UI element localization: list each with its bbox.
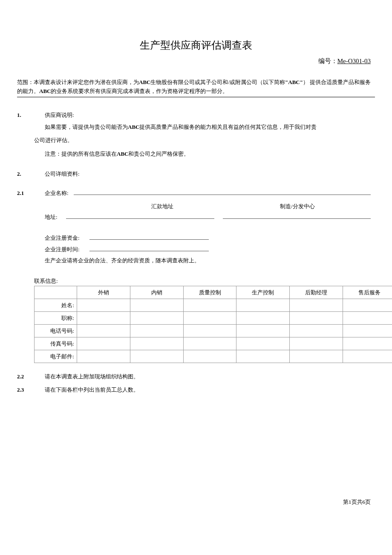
row-fax-label: 传真号码: [35,337,77,350]
row-title-label: 职称: [35,312,77,325]
footer-suffix: 页 [365,499,371,505]
mfg-center-header: 制造/分发中心 [280,203,315,210]
cell-input[interactable] [77,312,130,325]
col-qc: 质量控制 [183,286,236,299]
cell-input[interactable] [130,325,183,337]
section-heading: 供应商说明: [45,110,375,121]
remit-address-header: 汇款地址 [151,203,173,210]
col-pc: 生产控制 [236,286,290,299]
document-title: 生产型供应商评估调查表 [17,38,375,52]
company-name-label: 企业名称: [45,188,69,199]
section-text: 如果需要，请提供与贵公司能否为 [45,124,128,130]
cell-input[interactable] [183,312,236,325]
section-number: 1. [17,110,45,121]
table-corner [35,286,77,299]
cell-input[interactable] [290,350,343,363]
section-number: 2. [17,169,45,180]
reg-time-input[interactable] [89,245,209,251]
cell-input[interactable] [236,312,290,325]
cell-input[interactable] [290,299,343,312]
company-name-input[interactable] [74,189,371,195]
reg-time-label: 企业注册时间: [45,246,89,253]
cell-input[interactable] [343,350,392,363]
abc-bold: ABC [139,79,150,85]
table-row: 电话号码: [35,325,392,337]
scope-text: 本调查表设计来评定您作为潜在供应商，为 [34,79,139,85]
address-label: 地址: [45,213,66,221]
section-number: 2.2 [17,372,45,382]
note-text: 注意：提供的所有信息应该在 [45,151,117,157]
table-row: 传真号码: [35,337,392,350]
cell-input[interactable] [77,337,130,350]
scope-text: 的业务系统要求所有供应商完成本调查表，作为资格评定程序的一部分。 [51,88,228,94]
scope-section: 范围：本调查表设计来评定您作为潜在供应商，为ABC生物股份有限公司或其子公司和/… [17,78,375,97]
cell-input[interactable] [343,337,392,350]
cell-input[interactable] [343,312,392,325]
page-footer: 第1页共6页 [343,498,371,506]
section-2: 2. 公司详细资料: [17,169,375,180]
cell-input[interactable] [130,299,183,312]
cell-input[interactable] [236,325,290,337]
table-row: 姓名: [35,299,392,312]
cell-input[interactable] [290,312,343,325]
col-aftersales: 售后服务 [343,286,392,299]
section-heading: 公司详细资料: [45,169,375,180]
contact-table: 外销 内销 质量控制 生产控制 后勤经理 售后服务 姓名: 职称: 电话号码: … [34,286,392,363]
reg-capital-input[interactable] [89,234,209,240]
note-text: 和贵公司之间严格保密。 [128,151,189,157]
table-row: 电子邮件: [35,350,392,363]
cell-input[interactable] [236,337,290,350]
table-row: 职称: [35,312,392,325]
remit-address-input[interactable] [66,213,214,219]
cell-input[interactable] [77,325,130,337]
section-2-2: 2.2 请在本调查表上附加现场组织结构图。 [17,372,375,382]
col-export: 外销 [77,286,130,299]
doc-number-label: 编号： [318,58,337,64]
abc-quote-bold: "ABC" [285,79,303,85]
cell-input[interactable] [183,337,236,350]
cell-input[interactable] [290,337,343,350]
section-text: 请在下面各栏中列出当前员工总人数。 [45,385,375,395]
row-name-label: 姓名: [35,299,77,312]
abc-bold: ABC [117,151,128,157]
cell-input[interactable] [183,299,236,312]
section-text: 公司进行评估。 [34,137,73,143]
footer-prefix: 第 [343,499,349,505]
cell-input[interactable] [343,325,392,337]
mfg-address-input[interactable] [223,213,371,219]
abc-bold: ABC [128,124,139,130]
scope-label: 范围： [17,79,34,85]
cell-input[interactable] [130,350,183,363]
col-logistics: 后勤经理 [290,286,343,299]
doc-number-value: Me-O301-03 [337,58,371,64]
cell-input[interactable] [343,299,392,312]
document-number: 编号：Me-O301-03 [17,57,375,65]
section-1: 1. 供应商说明: 如果需要，请提供与贵公司能否为ABC提供高质量产品和服务的能… [17,110,375,160]
section-number: 2.1 [17,188,45,199]
row-email-label: 电子邮件: [35,350,77,363]
scope-text: 生物股份有限公司或其子公司和/或附属公司（以下简称 [150,79,285,85]
section-2-1: 2.1 企业名称: 汇款地址 制造/分发中心 地址: 企业注册资金: 企业注册时… [17,188,375,363]
cell-input[interactable] [290,325,343,337]
cell-input[interactable] [130,337,183,350]
col-domestic: 内销 [130,286,183,299]
reg-capital-label: 企业注册资金: [45,234,89,242]
attach-note: 生产企业请将企业的合法、齐全的经营资质，随本调查表附上。 [45,257,375,264]
row-phone-label: 电话号码: [35,325,77,337]
section-number: 2.3 [17,385,45,395]
abc-bold: ABC [39,88,51,94]
cell-input[interactable] [130,312,183,325]
footer-mid: 页共 [352,499,363,505]
cell-input[interactable] [77,299,130,312]
table-header-row: 外销 内销 质量控制 生产控制 后勤经理 售后服务 [35,286,392,299]
contact-info-label: 联系信息: [17,277,375,285]
cell-input[interactable] [183,350,236,363]
cell-input[interactable] [77,350,130,363]
section-text: 请在本调查表上附加现场组织结构图。 [45,372,375,382]
section-text: 提供高质量产品和服务的能力相关且有益的任何其它信息，用于我们对贵 [139,124,317,130]
cell-input[interactable] [236,350,290,363]
cell-input[interactable] [236,299,290,312]
cell-input[interactable] [183,325,236,337]
section-2-3: 2.3 请在下面各栏中列出当前员工总人数。 [17,385,375,395]
